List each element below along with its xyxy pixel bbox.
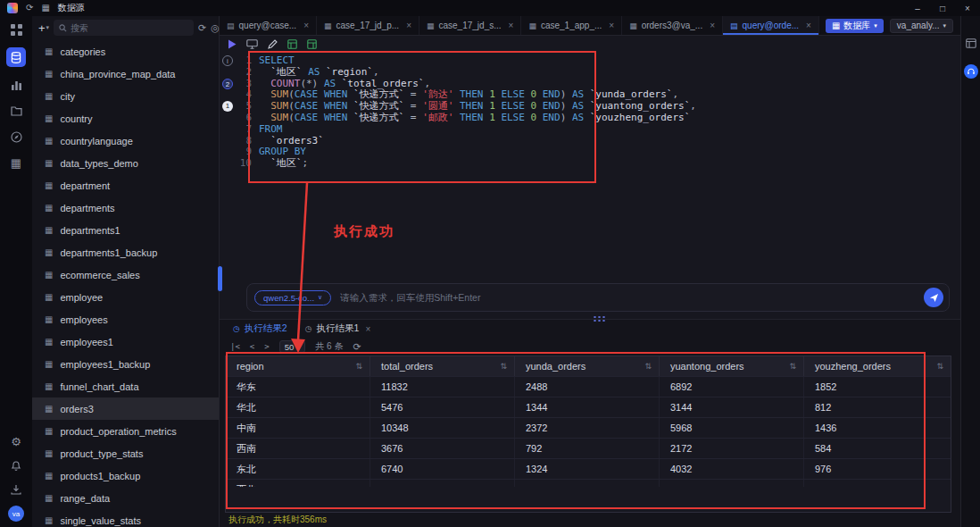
sidebar-item-employees1_backup[interactable]: ▦employees1_backup: [32, 353, 219, 375]
sidebar-item-departments1[interactable]: ▦departments1: [32, 219, 219, 241]
tab-query-case-[interactable]: ▤query@case...×: [220, 16, 317, 35]
close-tab-icon[interactable]: ×: [509, 21, 514, 30]
table-row-partial[interactable]: 西北: [226, 479, 951, 487]
run-button[interactable]: [228, 39, 237, 49]
sidebar-item-departments1_backup[interactable]: ▦departments1_backup: [32, 241, 219, 264]
sidebar-item-china_province_map_data[interactable]: ▦china_province_map_data: [32, 63, 219, 85]
column-header-region[interactable]: region⇅: [226, 356, 370, 376]
model-selector[interactable]: qwen2.5-co... ∨: [254, 290, 331, 305]
close-tab-icon[interactable]: ×: [806, 21, 811, 30]
panel-splitter-handle[interactable]: [593, 315, 607, 322]
apps-icon[interactable]: [8, 21, 24, 38]
close-tab-icon[interactable]: ×: [710, 21, 715, 30]
sidebar-item-employees1[interactable]: ▦employees1: [32, 330, 219, 353]
sidebar-item-employees[interactable]: ▦employees: [32, 308, 219, 330]
table-row[interactable]: 中南10348237259681436: [226, 417, 951, 438]
monitor-icon[interactable]: [246, 39, 258, 49]
result-tab[interactable]: ◷执行结果2: [225, 320, 295, 338]
search-box[interactable]: [54, 20, 194, 36]
refresh-tree-icon[interactable]: ⟳: [198, 23, 206, 33]
sidebar-item-city[interactable]: ▦city: [32, 85, 219, 107]
sidebar-item-range_data[interactable]: ▦range_data: [32, 487, 219, 509]
status-message: 执行成功，共耗时356ms: [220, 513, 960, 527]
sidebar-resize-handle[interactable]: [218, 266, 222, 291]
sidebar-item-categories[interactable]: ▦categories: [32, 40, 219, 63]
table-row[interactable]: 华北547613443144812: [226, 397, 951, 417]
sidebar-item-product_type_stats[interactable]: ▦product_type_stats: [32, 442, 219, 464]
export-table-icon[interactable]: [287, 39, 297, 49]
import-table-icon[interactable]: [307, 39, 317, 49]
table-row[interactable]: 华东11832248868921852: [226, 376, 951, 397]
add-button[interactable]: +▾: [38, 21, 49, 35]
tab-orders3-va-[interactable]: ▦orders3@va_...×: [622, 16, 723, 35]
table-row[interactable]: 西南36767922172584: [226, 438, 951, 458]
schema-selector-button[interactable]: va_analy... ▾: [890, 19, 953, 33]
close-button[interactable]: ×: [955, 0, 980, 16]
minimize-button[interactable]: –: [905, 0, 930, 16]
sidebar-item-department[interactable]: ▦department: [32, 174, 219, 197]
column-header-yuantong_orders[interactable]: yuantong_orders⇅: [660, 356, 804, 376]
locate-icon[interactable]: ◎: [211, 23, 220, 33]
tab-case-17-jd-p-[interactable]: ▦case_17_jd_p...×: [317, 16, 419, 35]
tab-query-orde-[interactable]: ▤query@orde...×: [723, 16, 819, 35]
sidebar-item-products1_backup[interactable]: ▦products1_backup: [32, 464, 219, 487]
settings-icon[interactable]: ⚙: [8, 433, 24, 449]
refresh-results-icon[interactable]: ⟳: [353, 341, 361, 353]
table-icon: ▦: [45, 69, 53, 79]
sort-icon[interactable]: ⇅: [355, 362, 362, 371]
sidebar-item-funnel_chart_data[interactable]: ▦funnel_chart_data: [32, 375, 219, 397]
sort-icon[interactable]: ⇅: [789, 362, 796, 371]
sql-editor[interactable]: i21 12345678910 SELECT `地区` AS `region`,…: [220, 52, 960, 276]
bell-icon[interactable]: [8, 457, 24, 473]
sort-icon[interactable]: ⇅: [644, 362, 652, 371]
sidebar-item-orders3[interactable]: ▦orders3: [32, 397, 219, 420]
table-row[interactable]: 东北674013244032976: [226, 458, 951, 479]
grid-icon[interactable]: ▦: [41, 4, 49, 13]
code-lines[interactable]: SELECT `地区` AS `region`, COUNT(*) AS `to…: [259, 52, 960, 276]
prev-page-icon[interactable]: <: [250, 342, 254, 351]
sidebar-item-country[interactable]: ▦country: [32, 107, 219, 130]
column-header-yunda_orders[interactable]: yunda_orders⇅: [515, 356, 660, 376]
tab-case-1-app-[interactable]: ▦case_1_app_...×: [521, 16, 622, 35]
sidebar-item-countrylanguage[interactable]: ▦countrylanguage: [32, 130, 219, 152]
gutter-marker-badge-blue[interactable]: 2: [222, 79, 233, 89]
sidebar-item-employee[interactable]: ▦employee: [32, 286, 219, 308]
maximize-button[interactable]: □: [930, 0, 955, 16]
close-tab-icon[interactable]: ×: [406, 21, 411, 30]
search-input[interactable]: [71, 23, 188, 33]
sort-icon[interactable]: ⇅: [500, 362, 507, 371]
send-button[interactable]: [924, 288, 943, 307]
sidebar-item-data_types_demo[interactable]: ▦data_types_demo: [32, 152, 219, 174]
sidebar-item-ecommerce_sales[interactable]: ▦ecommerce_sales: [32, 264, 219, 286]
tab-case-17-jd-s-[interactable]: ▦case_17_jd_s...×: [419, 16, 521, 35]
panel-toggle-icon[interactable]: [966, 36, 976, 52]
database-icon[interactable]: [6, 47, 26, 67]
first-page-icon[interactable]: |<: [230, 342, 240, 351]
compass-icon[interactable]: [8, 129, 24, 145]
gutter-marker-badge-light[interactable]: 1: [222, 101, 233, 112]
page-size-select[interactable]: 50 ▾: [279, 340, 306, 353]
user-avatar[interactable]: va: [8, 506, 24, 522]
chart-icon[interactable]: [8, 77, 24, 93]
sidebar-item-departments[interactable]: ▦departments: [32, 197, 219, 219]
folder-icon[interactable]: [8, 103, 24, 119]
next-page-icon[interactable]: >: [264, 342, 269, 351]
ai-prompt-input[interactable]: [340, 292, 924, 303]
column-header-youzheng_orders[interactable]: youzheng_orders⇅: [804, 356, 951, 376]
result-tab[interactable]: ◷执行结果1×: [297, 320, 379, 338]
close-tab-icon[interactable]: ×: [609, 21, 614, 30]
assistant-icon[interactable]: [964, 64, 978, 79]
modules-icon[interactable]: ▦: [8, 155, 24, 171]
close-tab-icon[interactable]: ×: [303, 21, 309, 30]
table-cell: 6892: [660, 377, 804, 397]
format-pen-icon[interactable]: [268, 39, 278, 49]
sidebar-item-product_operation_metrics[interactable]: ▦product_operation_metrics: [32, 420, 219, 442]
refresh-icon[interactable]: ⟳: [26, 4, 33, 13]
sidebar-item-single_value_stats[interactable]: ▦single_value_stats: [32, 509, 219, 527]
column-header-total_orders[interactable]: total_orders⇅: [370, 356, 515, 376]
gutter-marker-info[interactable]: i: [222, 55, 233, 66]
sort-icon[interactable]: ⇅: [936, 362, 943, 371]
database-selector-button[interactable]: ▦ 数据库 ▾: [826, 19, 884, 33]
close-icon[interactable]: ×: [365, 324, 370, 334]
download-icon[interactable]: [8, 481, 24, 498]
